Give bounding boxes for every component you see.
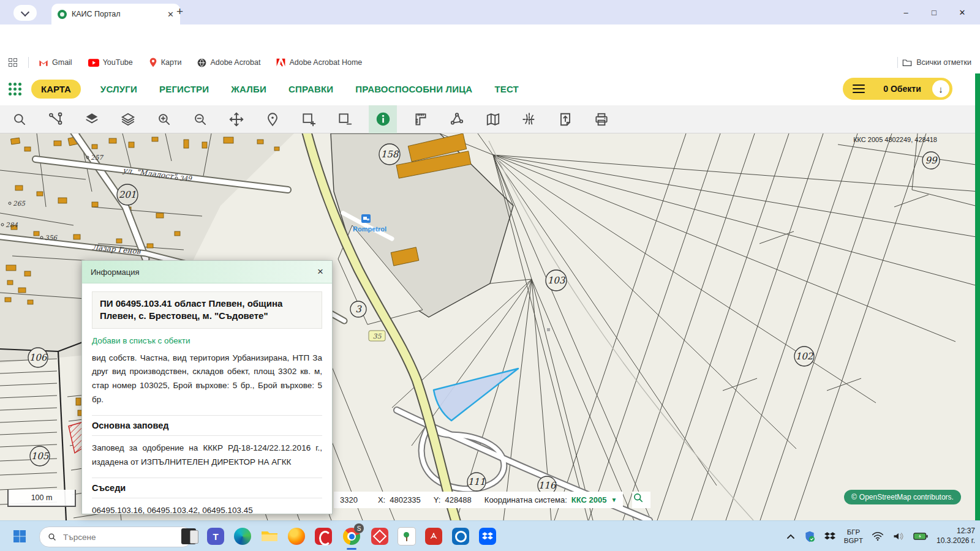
- browser-tab[interactable]: КАИС Портал ✕: [51, 4, 180, 24]
- screen: КАИС Портал ✕ + – □ ✕ ← → ↻ kais.cadastr…: [0, 0, 980, 551]
- map-canvas[interactable]: 35 Rompetrol 158 201 99 103 102 106 105 …: [0, 133, 980, 520]
- nav-zhalbi[interactable]: ЖАЛБИ: [231, 84, 266, 94]
- tool-measure-length[interactable]: [409, 107, 433, 132]
- tool-map[interactable]: [481, 107, 505, 132]
- tool-coordinates[interactable]: [517, 107, 541, 132]
- crs-dropdown-icon[interactable]: ▼: [611, 497, 617, 503]
- svg-text:284: 284: [6, 221, 18, 228]
- chevron-down-icon: [21, 7, 29, 16]
- nav-registri[interactable]: РЕГИСТРИ: [159, 84, 209, 94]
- svg-text:349: 349: [179, 174, 192, 182]
- tool-export[interactable]: [553, 107, 578, 132]
- bookmark-adobe-acrobat[interactable]: Adobe Acrobat: [197, 58, 260, 67]
- section-main-order: Основна заповед: [92, 415, 322, 436]
- taskbar-clock[interactable]: 12:37 10.3.2026 г.: [937, 527, 975, 545]
- coordinate-search-button[interactable]: [632, 492, 650, 508]
- app-outlook[interactable]: [447, 521, 474, 551]
- crs-value[interactable]: ККС 2005: [571, 495, 607, 504]
- y-value[interactable]: 428488: [445, 495, 471, 504]
- map-toolbar: [0, 105, 980, 133]
- close-button[interactable]: ✕: [948, 0, 976, 24]
- apps-dots-icon[interactable]: [9, 83, 21, 96]
- tool-layers[interactable]: [116, 107, 140, 132]
- objects-count-label: 0 Обекти: [872, 84, 932, 94]
- start-button[interactable]: [6, 521, 33, 551]
- tool-print[interactable]: [589, 107, 614, 132]
- bookmarks-bar: Gmail YouTube Карти Adobe Acrobat Adobe …: [0, 53, 980, 73]
- osm-attribution[interactable]: © OpenStreetMap contributors.: [844, 490, 961, 504]
- hamburger-icon: [853, 82, 865, 96]
- app-diamond-red[interactable]: [366, 521, 393, 551]
- tool-zoom-out[interactable]: [188, 107, 213, 132]
- add-to-objects-link[interactable]: Добави в списък с обекти: [92, 336, 322, 345]
- bookmark-youtube[interactable]: YouTube: [88, 58, 133, 67]
- tool-info-active[interactable]: [369, 105, 397, 133]
- svg-text:3: 3: [355, 304, 362, 315]
- app-chrome-active[interactable]: S: [337, 521, 366, 551]
- parcel-attributes: вид собств. Частна, вид територия Урбани…: [92, 351, 322, 408]
- app-photo-editor[interactable]: [393, 521, 420, 551]
- coordinate-statusbar: 3320 X: 4802335 Y: 428488 Координатна си…: [334, 492, 623, 508]
- tool-layers-filled[interactable]: [80, 107, 104, 132]
- page-scrollbar[interactable]: [975, 73, 980, 520]
- battery-icon[interactable]: [913, 532, 928, 541]
- bookmark-gmail[interactable]: Gmail: [39, 58, 72, 67]
- gmail-icon: [39, 59, 48, 67]
- tool-select-add[interactable]: [296, 107, 321, 132]
- all-bookmarks[interactable]: Всички отметки: [897, 57, 971, 68]
- svg-text:257: 257: [91, 154, 104, 161]
- bookmark-maps[interactable]: Карти: [149, 58, 182, 67]
- svg-text:99: 99: [925, 155, 938, 166]
- map-scale-bar: 100 m: [7, 490, 76, 507]
- x-value[interactable]: 4802335: [390, 495, 421, 504]
- info-popup: Информация × ПИ 06495.103.41 област Плев…: [81, 260, 333, 514]
- popup-close-icon[interactable]: ×: [317, 266, 323, 278]
- tool-measure-area[interactable]: [445, 107, 469, 132]
- system-tray: БГР BGPT 12:37 10.3.2026 г.: [786, 521, 975, 551]
- tool-route[interactable]: [43, 107, 68, 132]
- tray-chevron-icon[interactable]: [786, 533, 795, 539]
- cursor-coordinates: ККС 2005 4802249, 428418: [853, 136, 937, 143]
- road-shield-35: 35: [369, 331, 385, 341]
- nav-spravki[interactable]: СПРАВКИ: [288, 84, 333, 94]
- objects-count-pill[interactable]: 0 Обекти ↓: [843, 78, 952, 100]
- tab-search-button[interactable]: [13, 5, 37, 21]
- x-label: X:: [378, 495, 385, 504]
- section-neighbors: Съседи: [92, 478, 322, 498]
- scale-value[interactable]: 3320: [340, 495, 358, 504]
- tool-search[interactable]: [7, 107, 32, 132]
- volume-icon[interactable]: [892, 531, 905, 541]
- taskbar-search-input[interactable]: [62, 532, 156, 542]
- tab-close-icon[interactable]: ✕: [167, 10, 174, 19]
- app-dropbox[interactable]: [474, 521, 501, 551]
- maximize-button[interactable]: □: [920, 0, 948, 24]
- tool-pan[interactable]: [224, 107, 249, 132]
- nav-test[interactable]: ТЕСТ: [494, 84, 519, 94]
- tab-title: КАИС Портал: [72, 10, 162, 18]
- new-tab-button[interactable]: +: [176, 5, 183, 18]
- dropbox-tray-icon[interactable]: [824, 531, 835, 541]
- taskbar-search[interactable]: [39, 527, 192, 547]
- app-acrobat[interactable]: [420, 521, 447, 551]
- neighbors-list: 06495.103.16, 06495.103.42, 06495.103.45: [92, 504, 322, 518]
- folder-icon: [902, 58, 912, 67]
- tool-select-remove[interactable]: [333, 107, 357, 132]
- tool-location[interactable]: [260, 107, 285, 132]
- divider: [28, 57, 29, 68]
- svg-text:102: 102: [796, 351, 814, 362]
- bookmark-adobe-acrobat-home[interactable]: Adobe Acrobat Home: [276, 58, 362, 67]
- nav-pravosposobni-litsa[interactable]: ПРАВОСПОСОБНИ ЛИЦА: [355, 84, 472, 94]
- wifi-icon[interactable]: [872, 531, 884, 541]
- apps-grid-icon[interactable]: [9, 58, 17, 67]
- popup-header: Информация ×: [82, 261, 332, 283]
- adobe-a-icon: [276, 58, 285, 67]
- maps-pin-icon: [149, 58, 157, 67]
- objects-expand-icon[interactable]: ↓: [932, 80, 949, 97]
- security-shield-icon[interactable]: [804, 530, 816, 542]
- selected-parcel[interactable]: [434, 369, 518, 421]
- nav-karta-active[interactable]: КАРТА: [31, 80, 81, 99]
- minimize-button[interactable]: –: [892, 0, 920, 24]
- tool-zoom-in[interactable]: [152, 107, 176, 132]
- language-indicator[interactable]: БГР BGPT: [844, 528, 863, 545]
- nav-uslugi[interactable]: УСЛУГИ: [100, 84, 137, 94]
